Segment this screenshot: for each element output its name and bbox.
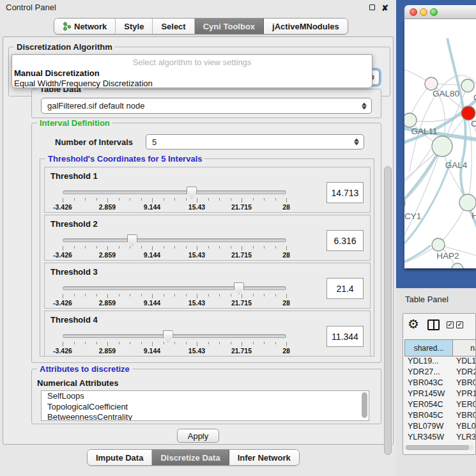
checkbox-select-icon[interactable]: ✓ [456, 321, 463, 328]
zoom-traffic-light-icon[interactable] [430, 8, 438, 16]
numerical-attributes-list[interactable]: SelfLoopsTopologicalCoefficientBetweenne… [41, 390, 369, 421]
tab-select[interactable]: Select [153, 19, 194, 34]
slider-handle[interactable] [187, 187, 197, 199]
network-node[interactable] [452, 263, 463, 268]
attribute-list-item[interactable]: BetweennessCentrality [42, 412, 369, 421]
close-traffic-light-icon[interactable] [410, 8, 417, 16]
table-row[interactable]: YLR345WYLR3 [404, 433, 476, 443]
scale-label: 2.859 [99, 203, 116, 211]
tab-label: Discretize Data [160, 453, 220, 463]
scale-label: 9.144 [144, 299, 160, 307]
float-window-icon[interactable] [369, 4, 375, 10]
table-data-combobox[interactable]: galFiltered.sif default node [41, 98, 372, 114]
scrollbar-thumb[interactable] [384, 166, 392, 455]
scale-label: 9.144 [144, 203, 160, 211]
table-row[interactable]: YBR043CYBR0 [404, 378, 476, 389]
tab-label: jActiveMNodules [272, 22, 339, 31]
scrollbar-thumb[interactable] [406, 445, 469, 450]
tab-discretize-data[interactable]: Discretize Data [152, 450, 229, 465]
minimize-traffic-light-icon[interactable] [420, 8, 427, 16]
table-row[interactable]: YPR145WYPR1 [404, 389, 476, 400]
tab-network[interactable]: Network [54, 19, 116, 34]
threshold-value-field[interactable]: 21.4 [326, 278, 364, 299]
table-cell: YDL19... [404, 357, 453, 367]
control-panel-scrollbar[interactable] [383, 119, 392, 476]
threshold-slider[interactable] [63, 334, 286, 338]
threshold-rows: Threshold 1-3.4262.8599.14415.4321.71528… [44, 167, 371, 358]
algorithm-option-equal-width[interactable]: Equal Width/Frequency Discretization [14, 79, 153, 88]
attributes-group-label: Attributes to discretize [37, 364, 132, 374]
slider-handle[interactable] [163, 330, 173, 342]
split-columns-icon[interactable] [427, 319, 440, 330]
scale-label: 21.715 [231, 347, 252, 355]
table-cell: YBR043C [404, 378, 453, 389]
network-node[interactable] [432, 136, 452, 157]
network-node[interactable] [461, 106, 475, 120]
tick-mark [264, 294, 265, 296]
table-panel-toolbar: ⚙ ✓ ✓ [403, 314, 476, 338]
algorithm-placeholder-option[interactable]: Select algorithm to view settings [12, 58, 372, 67]
threshold-slider[interactable] [63, 238, 286, 242]
network-icon [63, 22, 71, 31]
checkbox-select-icon[interactable]: ✓ [447, 321, 454, 328]
network-node[interactable] [432, 238, 445, 251]
network-node[interactable] [425, 77, 438, 90]
threshold-label: Threshold 2 [50, 219, 98, 229]
table-column-header[interactable]: shared... [404, 339, 453, 357]
network-node[interactable] [459, 194, 476, 211]
tab-jactivemnodules[interactable]: jActiveMNodules [264, 19, 348, 34]
tab-impute-data[interactable]: Impute Data [88, 450, 152, 465]
tick-mark [231, 342, 231, 344]
slider-handle[interactable] [127, 234, 137, 247]
table-row[interactable]: YER054CYER0 [404, 400, 476, 411]
scale-label: 28 [282, 251, 290, 259]
table-row[interactable]: YBL079WYBL0 [404, 422, 476, 433]
tick-mark [174, 342, 175, 344]
list-scrollbar[interactable] [362, 392, 367, 418]
network-canvas[interactable]: GAL80GAL11GAL4GCY1HHAP2GAC [404, 19, 476, 268]
number-of-intervals-combobox[interactable]: 5 [146, 134, 364, 150]
table-row[interactable]: YDR27...YDR2 [404, 367, 476, 378]
threshold-row-4: Threshold 4-3.4262.8599.14415.4321.71528… [44, 311, 371, 357]
tab-style[interactable]: Style [116, 19, 153, 34]
table-cell: YLR345W [404, 433, 453, 443]
scale-label: -3.426 [53, 251, 72, 259]
numerical-attributes-label: Numerical Attributes [37, 378, 118, 388]
tick-mark [208, 198, 209, 201]
threshold-value-field[interactable]: 14.713 [326, 182, 364, 203]
table-column-header[interactable]: na [452, 339, 476, 357]
table-cell: YDR2 [453, 367, 476, 378]
slider-scale: -3.4262.8599.14415.4321.71528 [63, 299, 286, 307]
threshold-row-3: Threshold 3-3.4262.8599.14415.4321.71528… [44, 263, 371, 309]
tab-label: Infer Network [238, 453, 291, 463]
close-icon[interactable]: ✘ [381, 3, 388, 13]
network-node[interactable] [404, 113, 417, 127]
scale-label: -3.426 [53, 203, 72, 211]
tick-mark [208, 246, 209, 249]
threshold-value-field[interactable]: 6.316 [326, 230, 364, 251]
scale-label: 28 [282, 203, 290, 211]
table-row[interactable]: YDL19...YDL1 [404, 357, 476, 367]
threshold-slider[interactable] [63, 190, 286, 194]
tab-infer-network[interactable]: Infer Network [229, 450, 299, 465]
right-region: GAL80GAL11GAL4GCY1HHAP2GAC Table Panel ⚙… [396, 0, 476, 476]
node-label: GCY1 [404, 211, 421, 221]
attribute-list-item[interactable]: SelfLoops [42, 391, 369, 402]
tick-mark [264, 246, 265, 249]
gear-icon[interactable]: ⚙ [408, 316, 419, 332]
network-node[interactable] [461, 79, 474, 92]
threshold-slider[interactable] [63, 286, 286, 290]
network-window-titlebar[interactable] [404, 5, 476, 19]
table-cell: YBR045C [404, 411, 453, 422]
tick-mark [107, 294, 108, 298]
tab-cyni-toolbox[interactable]: Cyni Toolbox [195, 19, 264, 34]
threshold-value-field[interactable]: 11.344 [326, 326, 364, 347]
tick-mark [264, 198, 265, 201]
slider-handle[interactable] [234, 282, 244, 295]
algorithm-option-manual[interactable]: Manual Discretization [14, 68, 100, 78]
table-horizontal-scrollbar[interactable] [405, 445, 473, 450]
table-cell: YBR0 [453, 411, 476, 422]
table-row[interactable]: YBR045CYBR0 [404, 411, 476, 422]
apply-button[interactable]: Apply [177, 429, 219, 443]
attribute-list-item[interactable]: TopologicalCoefficient [42, 402, 369, 413]
